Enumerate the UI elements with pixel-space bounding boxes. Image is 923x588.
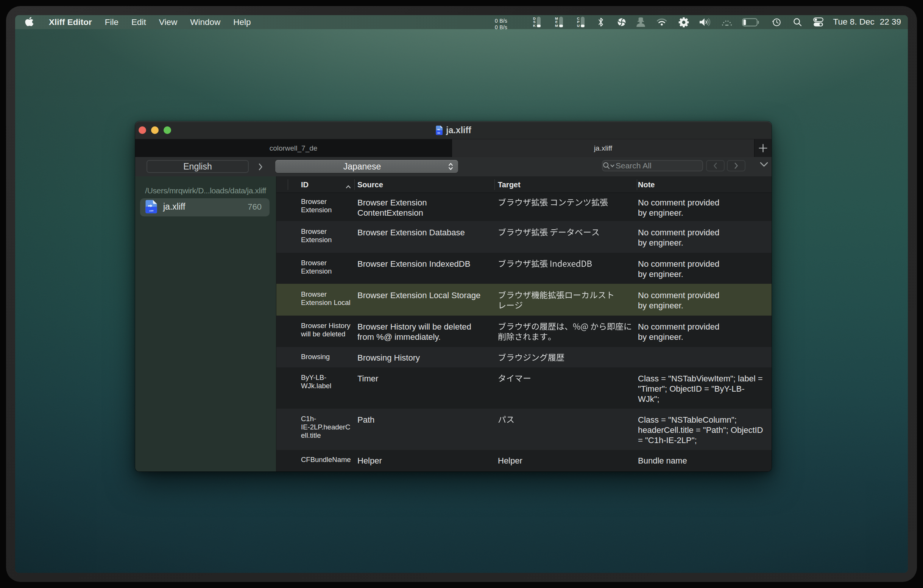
svg-text:xliff: xliff [149, 209, 154, 212]
